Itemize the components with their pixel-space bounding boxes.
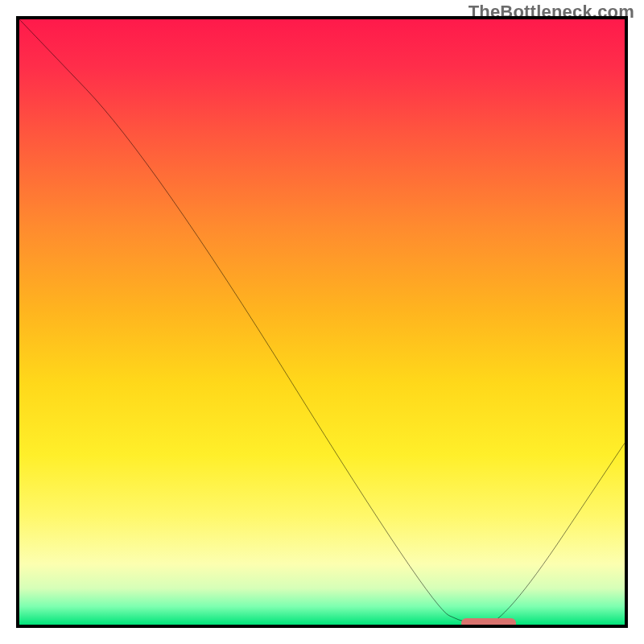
optimal-range-marker xyxy=(461,618,516,628)
bottleneck-curve xyxy=(19,19,625,625)
plot-frame xyxy=(16,16,628,628)
chart-canvas: TheBottleneck.com xyxy=(0,0,644,644)
curve-path xyxy=(19,19,625,625)
